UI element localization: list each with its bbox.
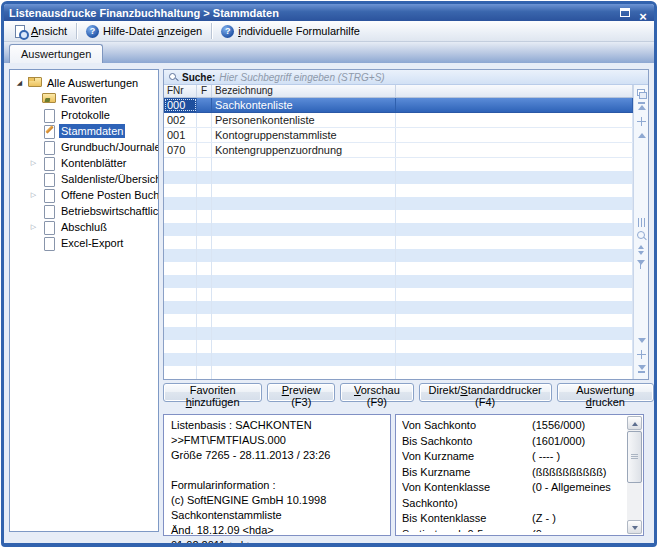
button-preview-f3[interactable]: Preview (F3) [267,383,335,402]
table-row-001[interactable]: 001Kontogruppenstammliste [164,128,633,143]
column-header-fnr[interactable]: FNr [164,85,197,97]
filter-icon[interactable] [636,258,647,271]
tab-auswertungen[interactable]: Auswertungen [9,44,103,63]
table-filler-row [164,353,633,366]
scroll-up-arrow-icon[interactable] [627,416,642,430]
restore-icon[interactable] [620,8,630,17]
filler-cell [197,340,212,353]
tree-item-excel-export[interactable]: Excel-Export [10,235,158,251]
filler-cell [396,301,633,314]
table-filler-row [164,158,633,171]
column-chooser-icon[interactable] [636,87,647,100]
tree-item-label: Offene Posten Buchhaltung [59,188,159,202]
filler-cell [212,340,396,353]
tree-expander-icon[interactable] [14,75,25,91]
filler-cell [197,184,212,197]
search-input[interactable]: Hier Suchbegriff eingeben (STRG+S) [219,72,384,83]
button-auswertung-drucken[interactable]: Auswertung drucken [557,383,654,402]
tree-item-saldenliste-übersicht[interactable]: Saldenliste/Übersicht [10,171,158,187]
toolbar-button-label: Hilfe-Datei anzeigen [103,25,202,37]
tree-item-alle-auswertungen[interactable]: Alle Auswertungen [10,75,158,91]
sort-icon[interactable] [636,244,647,257]
filter-info-row: Bis Kontenklasse(Z - ) [402,511,622,527]
button-favoriten-hinzufügen[interactable]: Favoriten hinzufügen [163,383,262,402]
cell-f [197,98,212,112]
filler-cell [164,223,197,236]
toolbar-button-ansicht[interactable]: Ansicht [7,22,74,40]
table-row-000[interactable]: 000Sachkontenliste [164,98,633,113]
info-panel-right: Von Sachkonto(1556/000)Bis Sachkonto(160… [395,414,644,536]
doc-icon [42,173,56,186]
filter-info-row: Sortiert nach 0-5(0 - Sachkontonummer) [402,527,622,533]
cell-empty [396,113,633,127]
table-filler-row [164,223,633,236]
filler-cell [212,210,396,223]
filler-cell [396,236,633,249]
scroll-thumb[interactable] [627,431,642,483]
scrollbar[interactable] [627,416,642,534]
filler-cell [396,366,633,379]
tree-item-betriebswirtschaftliche-auswertungen[interactable]: Betriebswirtschaftliche Auswertungen [10,203,158,219]
tree-item-offene-posten-buchhaltung[interactable]: Offene Posten Buchhaltung [10,187,158,203]
tree-item-kontenblätter[interactable]: Kontenblätter [10,155,158,171]
tree-item-favoriten[interactable]: Favoriten [10,91,158,107]
filter-label: Von Kontenklasse [402,480,532,496]
filler-cell [212,353,396,366]
filler-cell [212,223,396,236]
tree-item-label: Betriebswirtschaftliche Auswertungen [59,204,159,218]
cell-bezeichnung: Personenkontenliste [212,113,396,127]
table-filler-row [164,249,633,262]
folder-fav-icon [42,93,56,106]
scroll-bottom-icon[interactable] [636,362,647,375]
move-icon[interactable] [636,348,647,361]
scroll-top-icon[interactable] [636,101,647,114]
button-vorschau-f9[interactable]: Vorschau (F9) [340,383,413,402]
toolbar: AnsichtHilfe-Datei anzeigenindividuelle … [4,21,654,42]
tree-item-label: Stammdaten [59,124,125,138]
filter-info-row: Von Kontenklasse(0 - Allgemeines Sachkon… [402,480,622,511]
scroll-up-icon[interactable] [636,129,647,142]
search-bar[interactable]: Suche: Hier Suchbegriff eingeben (STRG+S… [164,70,648,85]
cell-empty [396,98,633,112]
filler-cell [197,327,212,340]
tree-expander-icon[interactable] [28,155,39,171]
doc-icon [42,205,56,218]
table-body: 000Sachkontenliste002Personenkontenliste… [164,98,633,379]
cell-fnr: 002 [164,113,197,127]
search-icon[interactable] [636,230,647,243]
tree-item-grundbuch-journale[interactable]: Grundbuch/Journale [10,139,158,155]
column-header-bezeichnung[interactable]: Bezeichnung [212,85,396,97]
move-icon[interactable] [636,115,647,128]
toolbar-button-hilfe-datei-anzeigen[interactable]: Hilfe-Datei anzeigen [79,22,209,40]
table-filler-row [164,314,633,327]
tree-item-label: Abschluß [59,220,109,234]
help-icon [86,25,99,38]
help-icon [221,25,234,38]
toolbar-button-individuelle-formularhilfe[interactable]: individuelle Formularhilfe [214,22,367,40]
filler-cell [164,210,197,223]
close-icon[interactable] [637,7,649,18]
tree-item-stammdaten[interactable]: Stammdaten [10,123,158,139]
table-row-070[interactable]: 070Kontengruppenzuordnung [164,143,633,158]
filler-cell [212,288,396,301]
cell-empty [396,128,633,142]
columns-icon[interactable] [636,216,647,229]
tree-item-protokolle[interactable]: Protokolle [10,107,158,123]
scroll-down-arrow-icon[interactable] [627,520,642,534]
filler-cell [396,353,633,366]
filler-cell [396,327,633,340]
button-direkt-standarddrucker-f4[interactable]: Direkt/Standarddrucker (F4) [419,383,552,402]
tree-expander-icon[interactable] [28,187,39,203]
filler-cell [396,197,633,210]
filler-cell [212,301,396,314]
column-header-f[interactable]: F [197,85,212,97]
doc-edit-icon [42,125,56,138]
tree-expander-icon[interactable] [28,219,39,235]
doc-icon [42,157,56,170]
filler-cell [197,288,212,301]
tree-item-abschluß[interactable]: Abschluß [10,219,158,235]
table-filler-row [164,275,633,288]
scroll-down-icon[interactable] [636,334,647,347]
table-row-002[interactable]: 002Personenkontenliste [164,113,633,128]
filler-cell [212,366,396,379]
